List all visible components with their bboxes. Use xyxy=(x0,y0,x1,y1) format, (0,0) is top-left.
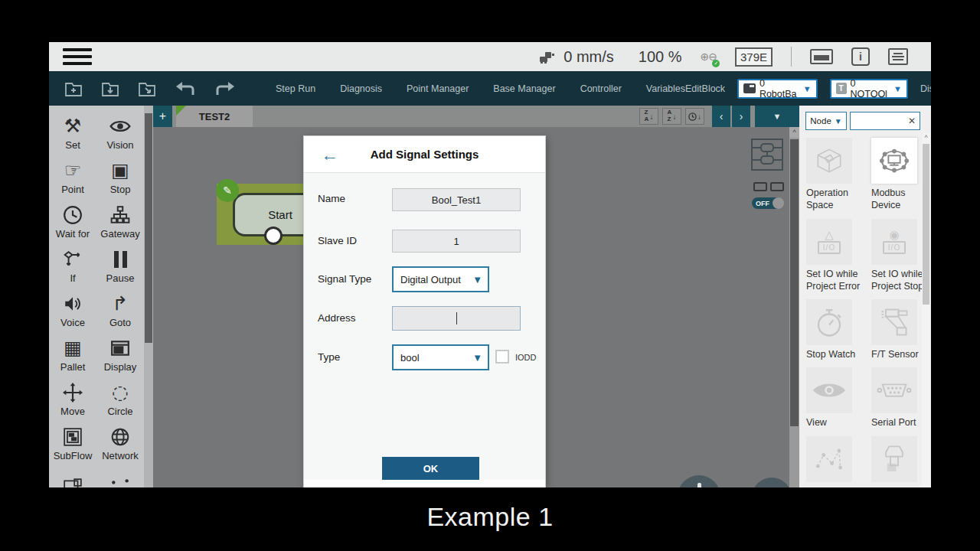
palette-item-goto[interactable]: ↱ Goto xyxy=(96,288,144,332)
palette-item-set[interactable]: ⚒ Set xyxy=(49,110,96,155)
palette-item-stop[interactable]: ▣ Stop xyxy=(96,155,144,199)
sort-time-button[interactable]: ↓ xyxy=(685,108,704,125)
fab-button[interactable] xyxy=(752,478,792,487)
tool-icon: T xyxy=(836,83,847,94)
clear-search-icon[interactable]: ✕ xyxy=(904,116,920,126)
menu-item-display[interactable]: Display xyxy=(920,83,931,94)
network-globe-icon xyxy=(110,425,130,448)
palette-item-pause[interactable]: Pause xyxy=(96,243,144,288)
back-arrow-icon[interactable]: ← xyxy=(321,144,338,165)
menu-item-base-manager[interactable]: Base Manager xyxy=(493,83,555,94)
palette-item-display[interactable]: Display xyxy=(96,332,144,377)
palette-item-point[interactable]: ☞ Point xyxy=(49,155,96,199)
undo-icon[interactable] xyxy=(175,81,196,96)
zoom-adjust-icon[interactable]: ⊕⊖ ✓ xyxy=(700,51,716,63)
component-view[interactable]: View xyxy=(806,367,864,429)
tab-test2[interactable]: TEST2 xyxy=(176,106,253,127)
component-modbus-device[interactable]: Modbus Device xyxy=(871,138,929,212)
prev-tab-button[interactable]: ‹ xyxy=(712,106,730,127)
info-icon[interactable]: i xyxy=(851,47,870,66)
palette-item-subflow[interactable]: SubFlow xyxy=(49,421,96,465)
menu-item-step-run[interactable]: Step Run xyxy=(276,83,315,94)
palette-item-pallet[interactable]: ▦ Pallet xyxy=(49,332,96,377)
component-operation-space[interactable]: Operation Space xyxy=(806,138,864,212)
circle-dotted-icon: ◌ xyxy=(112,381,129,404)
ok-button[interactable]: OK xyxy=(382,457,479,480)
next-tab-button[interactable]: › xyxy=(732,106,750,127)
canvas-scrollbar[interactable]: ^ xyxy=(789,127,799,487)
wait-clock-icon xyxy=(63,204,83,227)
info-fab-button[interactable] xyxy=(678,475,720,487)
slave-id-input[interactable]: 1 xyxy=(392,230,521,253)
flow-overview-icon[interactable] xyxy=(749,136,786,173)
add-signal-settings-dialog: ← Add Signal Settings Name Bool_Test1 Sl… xyxy=(304,136,545,487)
component-serial-port[interactable]: Serial Port xyxy=(871,367,929,429)
joint-icon xyxy=(879,442,910,476)
component-set-io-project-stop[interactable]: ◉ I/O Set IO while Project Stop xyxy=(871,219,929,293)
top-status-bar: 0 mm/s 100 % ⊕⊖ ✓ 379E i xyxy=(49,42,931,71)
component-set-io-project-error[interactable]: △ I/O Set IO while Project Error xyxy=(806,219,864,293)
search-input[interactable]: ✕ xyxy=(850,112,920,130)
tab-list-dropdown[interactable]: ▼ xyxy=(755,106,799,127)
palette-item-partial[interactable] xyxy=(96,465,144,487)
connection-nodes-icon xyxy=(750,182,787,191)
add-tab-button[interactable]: + xyxy=(153,106,172,127)
menu-bar: Step Run Diagnosis Point Manager Base Ma… xyxy=(49,71,931,106)
component-ft-sensor[interactable]: F/T Sensor xyxy=(871,299,929,360)
sidebar-scrollbar[interactable] xyxy=(144,106,153,487)
text-caret xyxy=(456,312,457,324)
sort-az-button[interactable]: AZ ↓ xyxy=(662,108,681,125)
open-project-icon[interactable] xyxy=(138,80,156,97)
dialog-footer xyxy=(304,480,545,487)
display-window-icon xyxy=(110,337,130,360)
robot-base-dropdown[interactable]: 0 RobotBa ▼ xyxy=(737,79,817,99)
type-dropdown[interactable]: bool ▼ xyxy=(392,344,489,370)
address-input[interactable] xyxy=(392,306,521,331)
palette-item-network[interactable]: Network xyxy=(96,421,144,465)
edit-pencil-badge[interactable]: ✎ xyxy=(216,179,239,202)
menu-item-diagnosis[interactable]: Diagnosis xyxy=(340,83,382,94)
menu-item-editblock[interactable]: EditBlock xyxy=(685,83,725,94)
component-stop-watch[interactable]: Stop Watch xyxy=(806,299,864,360)
palette-item-gateway[interactable]: Gateway xyxy=(96,199,144,243)
stop-icon: ▣ xyxy=(111,159,129,182)
keyboard-icon[interactable] xyxy=(810,49,833,64)
save-project-icon[interactable] xyxy=(101,80,119,97)
gateway-icon xyxy=(110,204,130,227)
component-path[interactable]: Path xyxy=(806,436,864,488)
palette-item-partial[interactable] xyxy=(49,465,96,487)
sort-za-button[interactable]: ZA ↓ xyxy=(639,108,658,125)
flow-canvas[interactable]: + TEST2 ZA ↓ AZ ↓ xyxy=(153,106,799,487)
chevron-down-icon: ▼ xyxy=(472,274,482,285)
log-icon[interactable] xyxy=(888,48,908,65)
menu-item-controller[interactable]: Controller xyxy=(580,83,622,94)
menu-item-variables[interactable]: Variables xyxy=(646,83,685,94)
palette-item-circle[interactable]: ◌ Circle xyxy=(96,377,144,421)
operation-space-icon xyxy=(812,144,846,178)
serial-port-icon xyxy=(877,381,912,399)
palette-item-wait-for[interactable]: Wait for xyxy=(49,199,96,243)
redo-icon[interactable] xyxy=(214,81,236,96)
component-panel-scrollbar[interactable]: ^ xyxy=(922,133,930,487)
hamburger-menu-icon[interactable] xyxy=(63,48,92,65)
io-stop-icon: ◉ I/O xyxy=(883,229,906,254)
node-output-port[interactable] xyxy=(264,227,283,245)
scroll-up-icon[interactable]: ^ xyxy=(789,127,799,138)
palette-item-vision[interactable]: Vision xyxy=(96,110,144,155)
component-panel: Node ▼ ✕ Operation Space xyxy=(799,106,931,487)
menu-item-point-manager[interactable]: Point Manager xyxy=(407,83,469,94)
chevron-down-icon: ▼ xyxy=(835,117,842,126)
component-joint[interactable]: Joint xyxy=(871,436,929,488)
palette-item-if[interactable]: If xyxy=(49,243,96,288)
voice-speaker-icon xyxy=(63,292,83,315)
scroll-up-icon[interactable]: ^ xyxy=(922,133,930,142)
off-toggle[interactable]: OFF xyxy=(752,197,782,209)
new-project-icon[interactable] xyxy=(64,80,83,97)
tool-dropdown[interactable]: T 0 NOTOOl ▼ xyxy=(830,79,908,99)
name-input[interactable]: Bool_Test1 xyxy=(392,188,521,211)
signal-type-dropdown[interactable]: Digital Output ▼ xyxy=(392,266,489,292)
iodd-checkbox[interactable] xyxy=(495,350,509,364)
palette-item-voice[interactable]: Voice xyxy=(49,288,96,332)
palette-item-move[interactable]: Move xyxy=(49,377,96,421)
filter-dropdown[interactable]: Node ▼ xyxy=(805,112,847,130)
